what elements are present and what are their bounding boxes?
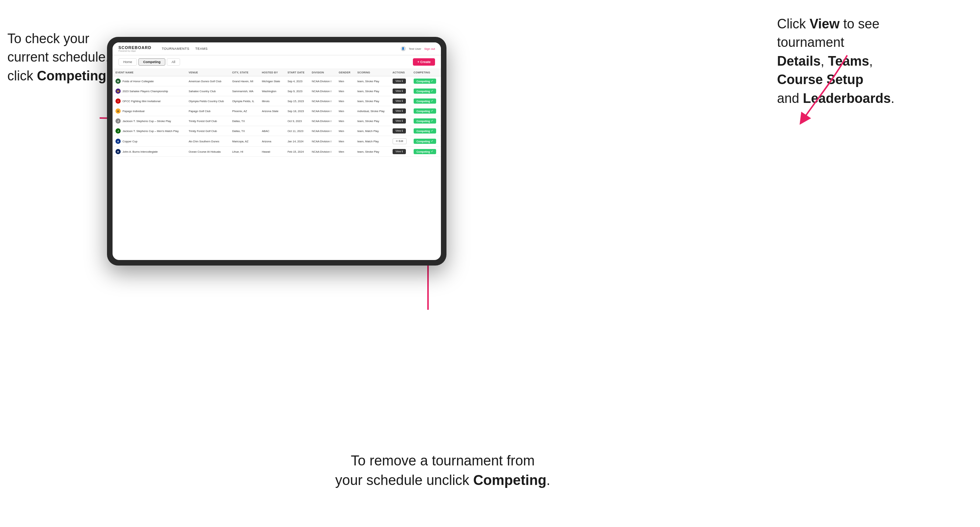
- team-logo: I: [116, 98, 121, 104]
- start-date: Oct 9, 2023: [285, 116, 309, 126]
- filter-home[interactable]: Home: [118, 58, 137, 66]
- competing-button[interactable]: Competing: [414, 79, 436, 84]
- col-scoring: SCORING: [355, 69, 390, 76]
- city-state: Phoenix, AZ: [229, 106, 259, 116]
- actions-cell: View ℹ: [390, 86, 410, 96]
- scoring: team, Match Play: [355, 126, 390, 136]
- brand-sub: Powered by clippi: [118, 50, 151, 52]
- actions-cell: View ℹ: [390, 116, 410, 126]
- annotation-bottom: To remove a tournament from your schedul…: [313, 451, 572, 490]
- competing-button[interactable]: Competing: [414, 139, 436, 144]
- brand: SCOREBOARD Powered by clippi: [118, 45, 151, 52]
- event-name-cell: A Papago Individual: [113, 106, 186, 116]
- nav-tournaments[interactable]: TOURNAMENTS: [162, 47, 189, 51]
- gender: Men: [336, 106, 355, 116]
- competing-cell: Competing: [410, 116, 441, 126]
- table-row: H John A. Burns Intercollegiate Ocean Co…: [113, 147, 441, 157]
- scoring: individual, Stroke Play: [355, 106, 390, 116]
- gender: Men: [336, 96, 355, 106]
- team-logo: A: [116, 108, 121, 114]
- city-state: Sammamish, WA: [229, 86, 259, 96]
- event-name: Copper Cup: [123, 140, 137, 143]
- arrow-to-view-btn: [759, 52, 851, 125]
- view-button[interactable]: View ℹ: [393, 118, 406, 124]
- hosted-by: Illinois: [259, 96, 285, 106]
- table-row: I OFCC Fighting Illini Invitational Olym…: [113, 96, 441, 106]
- actions-cell: View ℹ: [390, 126, 410, 136]
- col-competing: COMPETING: [410, 69, 441, 76]
- start-date: Sep 4, 2023: [285, 76, 309, 86]
- division: NCAA Division I: [309, 76, 336, 86]
- user-name: Test User: [409, 47, 422, 51]
- gender: Men: [336, 126, 355, 136]
- filter-all[interactable]: All: [167, 58, 180, 66]
- view-button[interactable]: View ℹ: [393, 149, 406, 154]
- filter-bar: Home Competing All + Create: [113, 55, 441, 69]
- venue: Trinity Forest Golf Club: [186, 126, 229, 136]
- competing-button[interactable]: Competing: [414, 149, 436, 154]
- venue: Ak-Chin Southern Dunes: [186, 136, 229, 147]
- start-date: Jan 14, 2024: [285, 136, 309, 147]
- signout-link[interactable]: Sign out: [424, 47, 435, 51]
- view-button[interactable]: View ℹ: [393, 98, 406, 104]
- create-button[interactable]: + Create: [413, 58, 435, 66]
- event-name: 2023 Sahalee Players Championship: [123, 90, 168, 93]
- event-name: Jackson T. Stephens Cup – Men's Match Pl…: [123, 129, 178, 133]
- tablet-device: SCOREBOARD Powered by clippi TOURNAMENTS…: [107, 37, 447, 265]
- competing-button[interactable]: Competing: [414, 89, 436, 94]
- table-body: M Folds of Honor Collegiate American Dun…: [113, 76, 441, 157]
- view-button[interactable]: View ℹ: [393, 89, 406, 94]
- event-name-cell: W 2023 Sahalee Players Championship: [113, 86, 186, 96]
- competing-button[interactable]: Competing: [414, 129, 436, 133]
- col-gender: GENDER: [336, 69, 355, 76]
- competing-button[interactable]: Competing: [414, 108, 436, 114]
- start-date: Oct 11, 2023: [285, 126, 309, 136]
- table-header: EVENT NAME VENUE CITY, STATE HOSTED BY S…: [113, 69, 441, 76]
- table-row: J Jackson T. Stephens Cup – Stroke Play …: [113, 116, 441, 126]
- actions-cell: View ℹ: [390, 147, 410, 157]
- nav-teams[interactable]: TEAMS: [195, 47, 208, 51]
- gender: Men: [336, 86, 355, 96]
- brand-name: SCOREBOARD: [118, 45, 151, 50]
- scoring: team, Stroke Play: [355, 96, 390, 106]
- event-name-cell: M Folds of Honor Collegiate: [113, 76, 186, 86]
- event-name: OFCC Fighting Illini Invitational: [123, 100, 161, 103]
- team-logo: J: [116, 118, 121, 124]
- city-state: Lihue, HI: [229, 147, 259, 157]
- scoring: team, Stroke Play: [355, 116, 390, 126]
- event-name: Jackson T. Stephens Cup – Stroke Play: [123, 119, 171, 123]
- event-name-cell: J Jackson T. Stephens Cup – Stroke Play: [113, 116, 186, 126]
- nav-right: 👤 Test User Sign out: [401, 46, 435, 51]
- division: NCAA Division I: [309, 147, 336, 157]
- hosted-by: [259, 116, 285, 126]
- event-name-cell: H John A. Burns Intercollegiate: [113, 147, 186, 157]
- city-state: Dallas, TX: [229, 126, 259, 136]
- col-actions: ACTIONS: [390, 69, 410, 76]
- city-state: Dallas, TX: [229, 116, 259, 126]
- actions-cell: ✏ Edit: [390, 136, 410, 147]
- view-button[interactable]: View ℹ: [393, 129, 406, 133]
- filter-competing[interactable]: Competing: [138, 58, 165, 66]
- view-button[interactable]: View ℹ: [393, 79, 406, 84]
- view-button[interactable]: View ℹ: [393, 108, 406, 114]
- competing-button[interactable]: Competing: [414, 118, 436, 124]
- hosted-by: Michigan State: [259, 76, 285, 86]
- venue: Trinity Forest Golf Club: [186, 116, 229, 126]
- division: NCAA Division I: [309, 86, 336, 96]
- venue: American Dunes Golf Club: [186, 76, 229, 86]
- competing-cell: Competing: [410, 136, 441, 147]
- event-name-cell: I OFCC Fighting Illini Invitational: [113, 96, 186, 106]
- table-row: W 2023 Sahalee Players Championship Saha…: [113, 86, 441, 96]
- venue: Olympia Fields Country Club: [186, 96, 229, 106]
- table-row: A Copper Cup Ak-Chin Southern DunesMaric…: [113, 136, 441, 147]
- competing-button[interactable]: Competing: [414, 98, 436, 104]
- event-name-cell: J Jackson T. Stephens Cup – Men's Match …: [113, 126, 186, 136]
- start-date: Feb 15, 2024: [285, 147, 309, 157]
- scoring: team, Match Play: [355, 136, 390, 147]
- user-icon: 👤: [401, 46, 406, 51]
- col-venue: VENUE: [186, 69, 229, 76]
- gender: Men: [336, 76, 355, 86]
- division: NCAA Division I: [309, 126, 336, 136]
- hosted-by: ABAC: [259, 126, 285, 136]
- edit-button[interactable]: ✏ Edit: [393, 138, 407, 144]
